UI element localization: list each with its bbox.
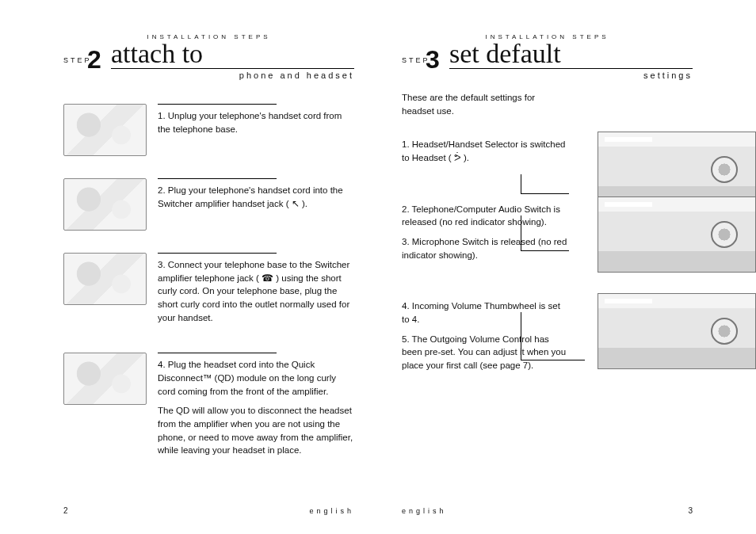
step-number: 3 [426, 45, 440, 74]
step-subtitle: settings [643, 71, 693, 80]
setting-text: 1. Headset/Handset Selector is switched … [402, 138, 568, 164]
title-rule [111, 68, 354, 69]
page-number: 3 [688, 506, 693, 515]
instruction-text: 3. Connect your telephone base to the Sw… [158, 258, 354, 324]
page-left: INSTALLATION STEPS STEP 2 attach to phon… [0, 0, 378, 534]
divider [158, 104, 277, 105]
page-spread: INSTALLATION STEPS STEP 2 attach to phon… [0, 0, 756, 534]
divider [158, 178, 277, 179]
divider [158, 353, 277, 353]
instruction-text: 2. Plug your telephone's handset cord in… [158, 184, 354, 210]
illustration-phone-icon [63, 104, 147, 156]
step-number: 2 [87, 45, 101, 74]
illustration-switcher-icon [598, 293, 756, 369]
settings-list: These are the default settings for heads… [402, 91, 693, 379]
instruction-item: 3. Connect your telephone base to the Sw… [63, 253, 354, 330]
illustration-switcher-icon [598, 196, 756, 273]
callout-line [521, 174, 569, 194]
setting-block: 1. Headset/Handset Selector is switched … [402, 138, 693, 170]
page-footer: english [402, 507, 447, 515]
instruction-item: 4. Plug the headset cord into the Quick … [63, 353, 354, 463]
headline: STEP 2 attach to phone and headset [63, 47, 354, 77]
instruction-item: 1. Unplug your telephone's handset cord … [63, 104, 354, 156]
instruction-text-secondary: The QD will allow you to disconnect the … [158, 404, 354, 457]
page-number: 2 [63, 506, 68, 515]
page-footer: english [309, 507, 354, 515]
instruction-item: 2. Plug your telephone's handset cord in… [63, 178, 354, 231]
title-rule [449, 68, 693, 69]
setting-block: 4. Incoming Volume Thumbwheel is set to … [402, 299, 693, 378]
illustration-qd-connector-icon [63, 353, 147, 405]
instruction-text: 4. Plug the headset cord into the Quick … [158, 358, 354, 398]
headline: STEP 3 set default settings [402, 47, 693, 77]
page-right: INSTALLATION STEPS STEP 3 set default se… [378, 0, 756, 534]
callout-line [521, 312, 585, 360]
callout-line [521, 216, 569, 251]
illustration-amplifier-icon [63, 178, 147, 231]
divider [158, 253, 277, 254]
intro-text: These are the default settings for heads… [402, 91, 568, 117]
instruction-text: 1. Unplug your telephone's handset cord … [158, 109, 354, 135]
illustration-amplifier-jack-icon [63, 253, 147, 305]
step-subtitle: phone and headset [239, 71, 354, 80]
step-title: attach to [111, 39, 203, 69]
setting-block: 2. Telephone/Computer Audio Switch is re… [402, 203, 693, 269]
instruction-list: 1. Unplug your telephone's handset cord … [63, 104, 354, 463]
section-eyebrow: INSTALLATION STEPS [63, 33, 354, 40]
step-title: set default [449, 39, 561, 69]
